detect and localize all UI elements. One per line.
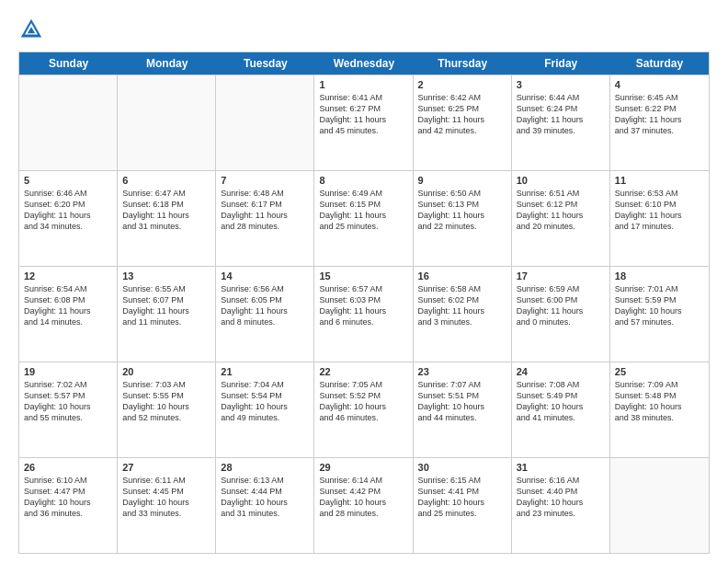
day-cell-7: 7Sunrise: 6:48 AMSunset: 6:17 PMDaylight… bbox=[216, 171, 314, 266]
header-day-saturday: Saturday bbox=[610, 52, 709, 75]
day-cell-29: 29Sunrise: 6:14 AMSunset: 4:42 PMDayligh… bbox=[314, 458, 413, 553]
week-row-5: 26Sunrise: 6:10 AMSunset: 4:47 PMDayligh… bbox=[19, 457, 709, 553]
day-info: Sunrise: 6:59 AMSunset: 6:00 PMDaylight:… bbox=[517, 283, 605, 328]
day-info: Sunrise: 7:01 AMSunset: 5:59 PMDaylight:… bbox=[615, 283, 704, 328]
day-number: 13 bbox=[122, 270, 210, 282]
day-info: Sunrise: 6:55 AMSunset: 6:07 PMDaylight:… bbox=[122, 283, 210, 328]
day-number: 10 bbox=[517, 175, 605, 186]
day-info: Sunrise: 6:57 AMSunset: 6:03 PMDaylight:… bbox=[319, 283, 407, 328]
day-info: Sunrise: 6:51 AMSunset: 6:12 PMDaylight:… bbox=[517, 188, 605, 233]
day-info: Sunrise: 6:41 AMSunset: 6:27 PMDaylight:… bbox=[319, 92, 407, 137]
header-day-wednesday: Wednesday bbox=[314, 52, 413, 75]
empty-cell bbox=[216, 75, 314, 170]
header bbox=[18, 17, 710, 42]
day-cell-20: 20Sunrise: 7:03 AMSunset: 5:55 PMDayligh… bbox=[118, 362, 216, 457]
day-info: Sunrise: 6:15 AMSunset: 4:41 PMDaylight:… bbox=[418, 475, 506, 520]
day-number: 16 bbox=[418, 270, 506, 282]
day-number: 9 bbox=[418, 175, 506, 186]
day-info: Sunrise: 7:08 AMSunset: 5:49 PMDaylight:… bbox=[517, 379, 605, 424]
day-info: Sunrise: 6:56 AMSunset: 6:05 PMDaylight:… bbox=[221, 283, 309, 328]
day-number: 20 bbox=[122, 366, 210, 377]
day-info: Sunrise: 7:02 AMSunset: 5:57 PMDaylight:… bbox=[24, 379, 112, 424]
day-info: Sunrise: 6:14 AMSunset: 4:42 PMDaylight:… bbox=[319, 475, 407, 520]
day-cell-4: 4Sunrise: 6:45 AMSunset: 6:22 PMDaylight… bbox=[610, 75, 709, 170]
day-number: 29 bbox=[319, 462, 407, 473]
day-cell-27: 27Sunrise: 6:11 AMSunset: 4:45 PMDayligh… bbox=[118, 458, 216, 553]
day-info: Sunrise: 6:11 AMSunset: 4:45 PMDaylight:… bbox=[122, 475, 210, 520]
day-info: Sunrise: 6:44 AMSunset: 6:24 PMDaylight:… bbox=[517, 92, 605, 137]
day-cell-16: 16Sunrise: 6:58 AMSunset: 6:02 PMDayligh… bbox=[414, 267, 512, 362]
day-number: 17 bbox=[517, 270, 605, 282]
day-cell-3: 3Sunrise: 6:44 AMSunset: 6:24 PMDaylight… bbox=[512, 75, 610, 170]
logo-icon bbox=[18, 17, 44, 42]
week-row-3: 12Sunrise: 6:54 AMSunset: 6:08 PMDayligh… bbox=[19, 266, 709, 362]
day-cell-25: 25Sunrise: 7:09 AMSunset: 5:48 PMDayligh… bbox=[610, 362, 709, 457]
day-cell-5: 5Sunrise: 6:46 AMSunset: 6:20 PMDaylight… bbox=[19, 171, 118, 266]
day-cell-17: 17Sunrise: 6:59 AMSunset: 6:00 PMDayligh… bbox=[512, 267, 610, 362]
day-number: 18 bbox=[615, 270, 704, 282]
day-info: Sunrise: 6:16 AMSunset: 4:40 PMDaylight:… bbox=[517, 475, 605, 520]
day-number: 12 bbox=[24, 270, 112, 282]
day-number: 4 bbox=[615, 79, 704, 90]
day-info: Sunrise: 6:47 AMSunset: 6:18 PMDaylight:… bbox=[122, 188, 210, 233]
day-info: Sunrise: 6:48 AMSunset: 6:17 PMDaylight:… bbox=[221, 188, 309, 233]
calendar-header: SundayMondayTuesdayWednesdayThursdayFrid… bbox=[19, 52, 709, 75]
day-number: 2 bbox=[418, 79, 506, 90]
day-number: 26 bbox=[24, 462, 112, 473]
day-info: Sunrise: 7:03 AMSunset: 5:55 PMDaylight:… bbox=[122, 379, 210, 424]
day-number: 24 bbox=[517, 366, 605, 377]
day-cell-19: 19Sunrise: 7:02 AMSunset: 5:57 PMDayligh… bbox=[19, 362, 118, 457]
day-number: 14 bbox=[221, 270, 309, 282]
header-day-friday: Friday bbox=[512, 52, 610, 75]
day-number: 11 bbox=[615, 175, 704, 186]
week-row-2: 5Sunrise: 6:46 AMSunset: 6:20 PMDaylight… bbox=[19, 170, 709, 266]
day-number: 3 bbox=[517, 79, 605, 90]
day-info: Sunrise: 6:46 AMSunset: 6:20 PMDaylight:… bbox=[24, 188, 112, 233]
day-cell-13: 13Sunrise: 6:55 AMSunset: 6:07 PMDayligh… bbox=[118, 267, 216, 362]
day-number: 19 bbox=[24, 366, 112, 377]
day-info: Sunrise: 6:54 AMSunset: 6:08 PMDaylight:… bbox=[24, 283, 112, 328]
day-number: 31 bbox=[517, 462, 605, 473]
day-number: 23 bbox=[418, 366, 506, 377]
day-info: Sunrise: 6:50 AMSunset: 6:13 PMDaylight:… bbox=[418, 188, 506, 233]
day-info: Sunrise: 6:42 AMSunset: 6:25 PMDaylight:… bbox=[418, 92, 506, 137]
empty-cell bbox=[19, 75, 118, 170]
day-cell-30: 30Sunrise: 6:15 AMSunset: 4:41 PMDayligh… bbox=[414, 458, 512, 553]
week-row-1: 1Sunrise: 6:41 AMSunset: 6:27 PMDaylight… bbox=[19, 75, 709, 170]
day-cell-23: 23Sunrise: 7:07 AMSunset: 5:51 PMDayligh… bbox=[414, 362, 512, 457]
day-number: 15 bbox=[319, 270, 407, 282]
calendar: SundayMondayTuesdayWednesdayThursdayFrid… bbox=[18, 52, 710, 554]
header-day-thursday: Thursday bbox=[414, 52, 512, 75]
day-cell-11: 11Sunrise: 6:53 AMSunset: 6:10 PMDayligh… bbox=[610, 171, 709, 266]
day-cell-6: 6Sunrise: 6:47 AMSunset: 6:18 PMDaylight… bbox=[118, 171, 216, 266]
day-cell-2: 2Sunrise: 6:42 AMSunset: 6:25 PMDaylight… bbox=[414, 75, 512, 170]
week-row-4: 19Sunrise: 7:02 AMSunset: 5:57 PMDayligh… bbox=[19, 362, 709, 457]
empty-cell bbox=[610, 458, 709, 553]
day-cell-8: 8Sunrise: 6:49 AMSunset: 6:15 PMDaylight… bbox=[314, 171, 413, 266]
day-cell-10: 10Sunrise: 6:51 AMSunset: 6:12 PMDayligh… bbox=[512, 171, 610, 266]
day-number: 27 bbox=[122, 462, 210, 473]
day-cell-21: 21Sunrise: 7:04 AMSunset: 5:54 PMDayligh… bbox=[216, 362, 314, 457]
day-info: Sunrise: 7:05 AMSunset: 5:52 PMDaylight:… bbox=[319, 379, 407, 424]
day-cell-9: 9Sunrise: 6:50 AMSunset: 6:13 PMDaylight… bbox=[414, 171, 512, 266]
day-cell-12: 12Sunrise: 6:54 AMSunset: 6:08 PMDayligh… bbox=[19, 267, 118, 362]
day-cell-15: 15Sunrise: 6:57 AMSunset: 6:03 PMDayligh… bbox=[314, 267, 413, 362]
day-cell-18: 18Sunrise: 7:01 AMSunset: 5:59 PMDayligh… bbox=[610, 267, 709, 362]
day-number: 22 bbox=[319, 366, 407, 377]
day-cell-28: 28Sunrise: 6:13 AMSunset: 4:44 PMDayligh… bbox=[216, 458, 314, 553]
day-info: Sunrise: 6:45 AMSunset: 6:22 PMDaylight:… bbox=[615, 92, 704, 137]
day-cell-14: 14Sunrise: 6:56 AMSunset: 6:05 PMDayligh… bbox=[216, 267, 314, 362]
day-cell-26: 26Sunrise: 6:10 AMSunset: 4:47 PMDayligh… bbox=[19, 458, 118, 553]
day-number: 21 bbox=[221, 366, 309, 377]
day-info: Sunrise: 7:04 AMSunset: 5:54 PMDaylight:… bbox=[221, 379, 309, 424]
day-number: 5 bbox=[24, 175, 112, 186]
day-number: 7 bbox=[221, 175, 309, 186]
header-day-sunday: Sunday bbox=[19, 52, 118, 75]
day-info: Sunrise: 6:53 AMSunset: 6:10 PMDaylight:… bbox=[615, 188, 704, 233]
day-info: Sunrise: 7:09 AMSunset: 5:48 PMDaylight:… bbox=[615, 379, 704, 424]
day-cell-31: 31Sunrise: 6:16 AMSunset: 4:40 PMDayligh… bbox=[512, 458, 610, 553]
day-cell-24: 24Sunrise: 7:08 AMSunset: 5:49 PMDayligh… bbox=[512, 362, 610, 457]
day-info: Sunrise: 6:13 AMSunset: 4:44 PMDaylight:… bbox=[221, 475, 309, 520]
day-number: 30 bbox=[418, 462, 506, 473]
page: SundayMondayTuesdayWednesdayThursdayFrid… bbox=[0, 0, 728, 563]
